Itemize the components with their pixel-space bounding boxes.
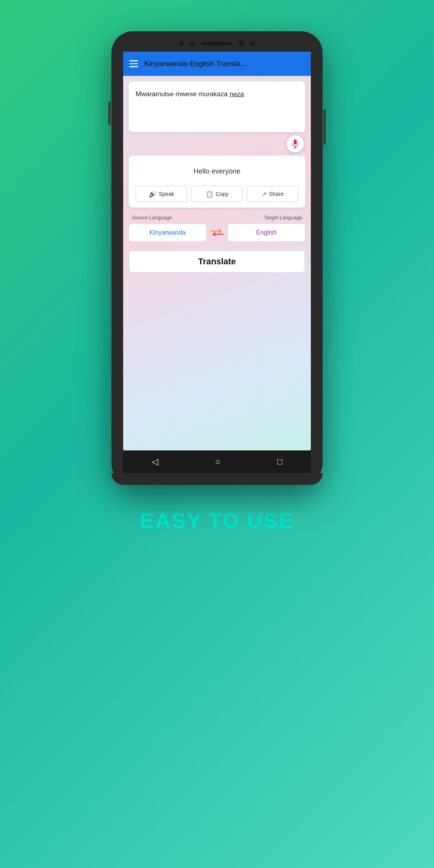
target-language-label: Target Language xyxy=(264,215,302,221)
output-text: Hello everyone xyxy=(136,163,298,184)
mic-row xyxy=(123,135,311,152)
copy-button[interactable]: 📋 Copy xyxy=(191,186,243,202)
camera-dot-mid xyxy=(190,41,195,46)
front-camera xyxy=(239,41,244,46)
share-label: Share xyxy=(269,191,283,197)
target-language-button[interactable]: English xyxy=(228,224,305,242)
output-card: Hello everyone 🔊 Speak 📋 Copy ↗ Share xyxy=(129,156,305,208)
copy-label: Copy xyxy=(216,191,229,197)
action-buttons-row: 🔊 Speak 📋 Copy ↗ Share xyxy=(136,186,298,202)
swap-icon xyxy=(210,229,224,236)
speak-icon: 🔊 xyxy=(149,190,156,198)
phone-screen: Kinyarwanda-English Transla... Mwaramuts… xyxy=(123,52,311,450)
camera-dot-right xyxy=(250,41,255,46)
recents-nav-icon[interactable]: □ xyxy=(277,457,282,467)
microphone-icon xyxy=(291,139,299,149)
copy-icon: 📋 xyxy=(206,190,213,198)
input-text: Mwaramutse mwese murakaza neza xyxy=(136,89,298,99)
speaker-bar xyxy=(201,42,232,45)
camera-dot-left xyxy=(179,41,184,46)
share-icon: ↗ xyxy=(262,190,267,198)
source-language-value: Kinyarwanda xyxy=(149,229,186,236)
swap-icon-container[interactable] xyxy=(206,229,228,236)
menu-icon[interactable] xyxy=(129,60,138,67)
app-bar: Kinyarwanda-English Transla... xyxy=(123,52,311,76)
speak-label: Speak xyxy=(159,191,174,197)
translate-button[interactable]: Translate xyxy=(129,250,305,273)
app-bar-title: Kinyarwanda-English Transla... xyxy=(144,59,305,68)
source-language-button[interactable]: Kinyarwanda xyxy=(129,224,206,242)
share-button[interactable]: ↗ Share xyxy=(247,186,298,202)
phone-shell: Kinyarwanda-English Transla... Mwaramuts… xyxy=(111,31,323,485)
home-nav-icon[interactable]: ○ xyxy=(215,457,220,467)
language-labels-row: Source Language Target Language xyxy=(129,215,305,221)
phone-nav-bar: ◁ ○ □ xyxy=(123,450,311,473)
easy-to-use-text: EASY TO USE xyxy=(140,508,294,533)
back-nav-icon[interactable]: ◁ xyxy=(152,457,158,467)
mic-button[interactable] xyxy=(287,135,304,152)
translate-button-container: Translate xyxy=(129,250,305,273)
speak-button[interactable]: 🔊 Speak xyxy=(136,186,187,202)
phone-bottom-bar xyxy=(111,473,323,485)
svg-rect-0 xyxy=(294,140,297,145)
source-language-label: Source Language xyxy=(132,215,172,221)
input-card[interactable]: Mwaramutse mwese murakaza neza xyxy=(129,81,305,132)
target-language-value: English xyxy=(256,229,276,236)
language-selectors-row: Kinyarwanda English xyxy=(129,224,305,242)
phone-top-bar xyxy=(111,31,323,52)
language-section: Source Language Target Language Kinyarwa… xyxy=(129,215,305,242)
